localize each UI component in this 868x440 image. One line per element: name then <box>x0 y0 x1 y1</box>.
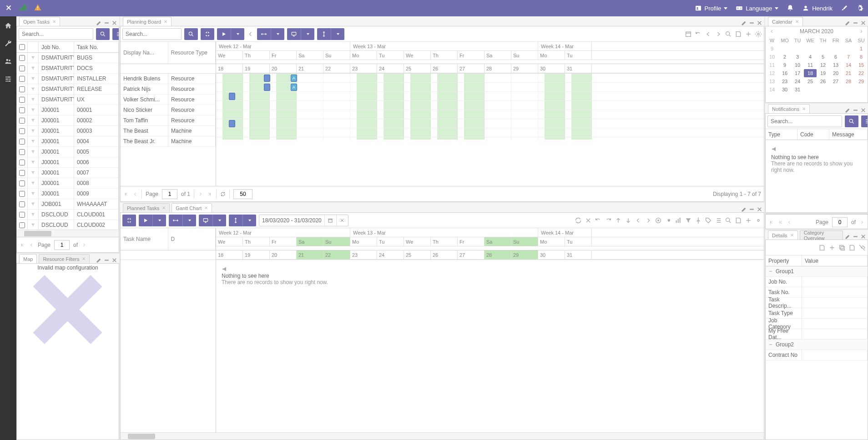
svg-rect-5 <box>37 9 38 10</box>
user-menu[interactable]: Hendrik <box>802 5 833 12</box>
svg-rect-0 <box>20 8 21 10</box>
gear-icon[interactable] <box>856 5 863 12</box>
topbar: Profile A文 Language Hendrik <box>0 0 868 16</box>
svg-rect-6 <box>696 6 701 11</box>
language-menu[interactable]: A文 Language <box>736 5 778 12</box>
svg-text:文: 文 <box>740 7 742 10</box>
svg-rect-1 <box>21 7 22 10</box>
brush-icon[interactable] <box>841 5 848 12</box>
warning-icon <box>34 4 42 13</box>
svg-rect-3 <box>25 4 26 10</box>
svg-point-11 <box>805 6 807 8</box>
svg-point-7 <box>696 7 698 9</box>
svg-rect-4 <box>37 6 38 9</box>
svg-text:A: A <box>737 7 739 10</box>
bell-icon[interactable] <box>787 5 794 12</box>
svg-rect-2 <box>23 5 24 10</box>
profile-menu[interactable]: Profile <box>695 5 728 12</box>
signal-icon <box>19 4 27 13</box>
close-icon[interactable] <box>5 4 13 13</box>
